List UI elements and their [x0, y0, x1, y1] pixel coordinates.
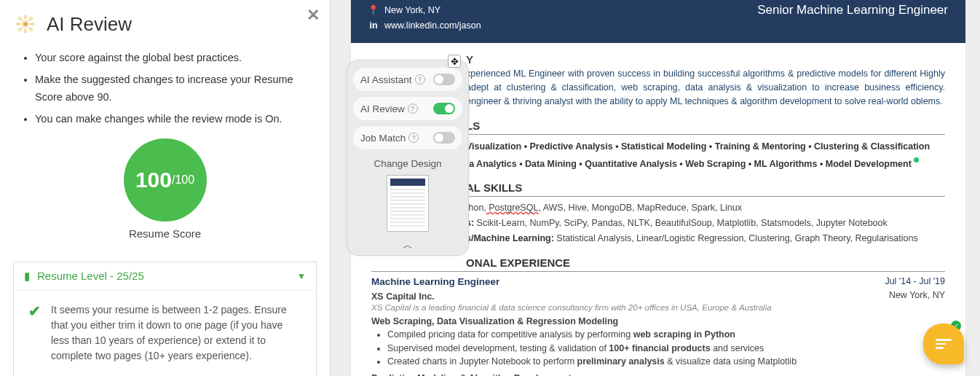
divider — [466, 196, 945, 197]
svg-line-14 — [27, 26, 31, 29]
resume-job-title: Senior Machine Learning Engineer — [757, 3, 948, 34]
section-title-keyskills: LS — [466, 120, 945, 132]
section-title-technical: AL SKILLS — [466, 181, 945, 194]
exp-bullet: Compiled pricing data for competitive an… — [387, 328, 945, 342]
accordion-header[interactable]: ▮ Resume Level - 25/25 ▼ — [14, 262, 316, 291]
exp-bullets: Compiled pricing data for competitive an… — [387, 328, 945, 369]
exp-bullet: Supervised model development, testing & … — [387, 342, 945, 356]
score-value: 100 — [135, 168, 172, 192]
score-outof: /100 — [172, 173, 194, 187]
svg-line-16 — [21, 26, 25, 29]
job-match-label: Job Match — [360, 133, 406, 144]
panel-header: AI Review — [13, 12, 317, 36]
ai-assistant-label: AI Assistant — [360, 74, 412, 85]
svg-line-15 — [27, 20, 31, 23]
divider — [371, 271, 945, 272]
svg-point-6 — [30, 17, 32, 20]
linkedin-icon: in — [368, 18, 379, 34]
check-icon: ✔ — [28, 302, 41, 320]
job-match-toggle[interactable] — [433, 132, 455, 144]
exp-role: Machine Learning Engineer — [371, 276, 499, 287]
key-skills-line: ta Analytics • Data Mining • Quantitativ… — [466, 157, 945, 171]
panel-title: AI Review — [47, 13, 132, 36]
ai-review-row[interactable]: AI Review ? — [353, 97, 462, 120]
svg-point-4 — [32, 23, 34, 25]
spellcheck-underline: PostgreSQL — [486, 203, 539, 213]
accordion-body: ✔ It seems your resume is between 1-2 pa… — [14, 291, 316, 376]
exp-location: New York, NY — [889, 290, 945, 302]
resume-contact: 📍New York, NY inwww.linkedin.com/jason — [368, 3, 481, 34]
cursor-dot-icon — [914, 157, 919, 162]
check-item: ✔ It seems your resume is between 1-2 pa… — [28, 302, 301, 364]
chat-icon — [936, 337, 952, 351]
ai-review-logo-icon — [13, 12, 38, 36]
instruction-list: Your score against the global best pract… — [35, 50, 317, 128]
key-skills-line: Visualization • Predictive Analysis • St… — [466, 139, 945, 154]
change-design-label: Change Design — [353, 158, 462, 169]
collapse-panel-icon[interactable]: ︿ — [353, 238, 462, 254]
divider — [466, 134, 945, 135]
score-circle: 100/100 — [124, 138, 207, 222]
instruction-item: Make the suggested changes to increase y… — [35, 71, 317, 106]
exp-description: XS Capital is a leading financial & data… — [371, 303, 945, 312]
ai-assistant-toggle[interactable] — [433, 74, 455, 85]
tech-line: thon, PostgreSQL, AWS, Hive, MongoDB, Ma… — [466, 201, 945, 215]
help-icon[interactable]: ? — [415, 74, 425, 85]
svg-point-7 — [19, 28, 21, 31]
job-match-row[interactable]: Job Match ? — [353, 126, 462, 149]
svg-point-1 — [24, 15, 26, 17]
location-icon: 📍 — [368, 3, 379, 18]
exp-bullet: Created charts in Jupyter Notebook to pe… — [387, 355, 945, 369]
svg-line-13 — [21, 20, 25, 23]
svg-point-3 — [17, 23, 19, 25]
accordion-title: Resume Level - 25/25 — [37, 270, 297, 282]
exp-company: XS Capital Inc. — [371, 291, 435, 302]
exp-title-row: Machine Learning Engineer Jul '14 - Jul … — [371, 276, 945, 287]
svg-point-5 — [19, 17, 21, 20]
chevron-down-icon: ▼ — [297, 271, 306, 281]
instruction-item: Your score against the global best pract… — [35, 50, 317, 67]
resume-level-accordion: ▮ Resume Level - 25/25 ▼ ✔ It seems your… — [13, 262, 317, 376]
svg-point-8 — [30, 28, 32, 31]
ai-assistant-row[interactable]: AI Assistant ? — [353, 68, 462, 91]
help-icon[interactable]: ? — [408, 103, 418, 114]
check-text: It seems your resume is between 1-2 page… — [51, 302, 301, 364]
exp-subheading: Predictive Modeling & Algorithm Developm… — [371, 373, 945, 376]
exp-dates: Jul '14 - Jul '19 — [885, 276, 945, 287]
ai-review-toggle[interactable] — [433, 103, 455, 114]
exp-company-row: XS Capital Inc. New York, NY — [371, 290, 945, 302]
resume-linkedin: www.linkedin.com/jason — [384, 18, 481, 34]
drag-handle-icon[interactable]: ✥ — [448, 55, 461, 68]
close-icon[interactable]: ✕ — [307, 6, 320, 25]
summary-text: xperienced ML Engineer with proven succe… — [466, 67, 945, 109]
score-label: Resume Score — [13, 227, 317, 240]
resume-header: 📍New York, NY inwww.linkedin.com/jason S… — [351, 0, 965, 43]
section-title-summary: Y — [466, 53, 945, 66]
help-icon[interactable]: ? — [408, 133, 419, 143]
exp-subheading: Web Scraping, Data Visualization & Regre… — [371, 316, 945, 326]
resume-location: New York, NY — [384, 3, 440, 18]
instruction-item: You can make changes while the review mo… — [35, 111, 317, 128]
tech-line: s: Scikit-Learn, NumPy, SciPy, Pandas, N… — [466, 216, 945, 230]
document-icon: ▮ — [24, 270, 30, 283]
ai-tool-panel[interactable]: ✥ AI Assistant ? AI Review ? Job Match ?… — [347, 60, 469, 256]
ai-review-label: AI Review — [360, 103, 405, 114]
svg-point-2 — [24, 31, 26, 33]
chat-button[interactable] — [923, 324, 964, 364]
section-title-experience: ONAL EXPERIENCE — [466, 256, 945, 269]
change-design-section: Change Design — [353, 155, 462, 238]
design-thumbnail[interactable] — [387, 175, 429, 232]
tech-line: s/Machine Learning: Statistical Analysis… — [466, 232, 945, 246]
ai-review-panel: ✕ AI Review Your score against the globa… — [0, 0, 331, 376]
